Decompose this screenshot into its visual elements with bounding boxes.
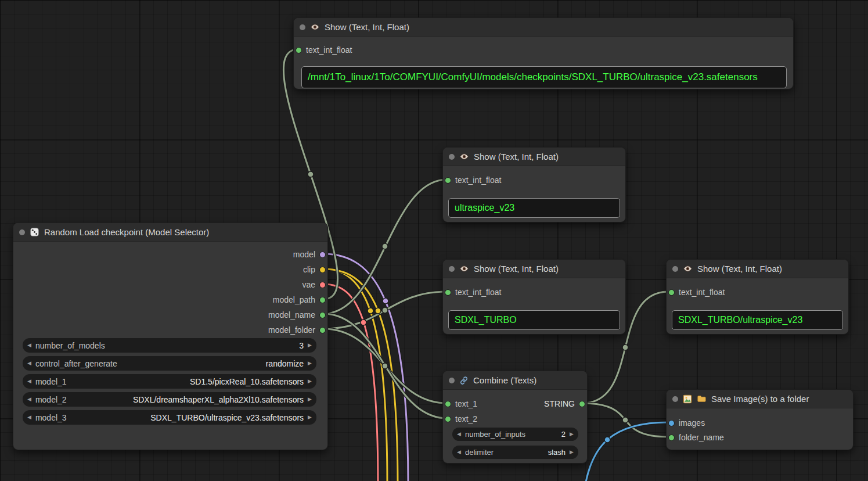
output-port-clip[interactable]: clip: [303, 264, 326, 275]
output-socket-model-name[interactable]: [319, 312, 326, 318]
decrement-arrow-icon[interactable]: ◀: [27, 415, 31, 420]
node-graph-canvas[interactable]: Show (Text, Int, Float) text_int_float /…: [0, 0, 868, 481]
link-midpoint-dot[interactable]: [382, 243, 388, 249]
output-socket-model-folder[interactable]: [319, 327, 326, 333]
widget-value: SDXL/dreamshaperXL_alpha2Xl10.safetensor…: [133, 395, 304, 404]
output-socket-model-path[interactable]: [319, 297, 326, 303]
decrement-arrow-icon[interactable]: ◀: [27, 397, 31, 402]
increment-arrow-icon[interactable]: ▶: [570, 432, 574, 437]
increment-arrow-icon[interactable]: ▶: [570, 450, 574, 455]
link-midpoint-dot[interactable]: [308, 171, 314, 177]
widget-number-of-inputs[interactable]: ◀ number_of_inputs 2 ▶: [452, 428, 578, 441]
input-socket-text-int-float[interactable]: [445, 289, 451, 296]
link-midpoint-dot[interactable]: [361, 320, 366, 325]
input-socket-images[interactable]: [668, 420, 675, 426]
show-value-box[interactable]: SDXL_TURBO: [448, 310, 620, 330]
node-show-model-path[interactable]: Show (Text, Int, Float) text_int_float /…: [293, 17, 794, 89]
increment-arrow-icon[interactable]: ▶: [308, 361, 312, 366]
node-random-load-checkpoint[interactable]: Random Load checkpoint (Model Selector) …: [13, 222, 328, 450]
node-titlebar[interactable]: Show (Text, Int, Float): [667, 260, 848, 278]
output-socket-vae[interactable]: [319, 282, 326, 288]
input-port-text-1[interactable]: text_1: [445, 398, 477, 410]
show-value-box[interactable]: ultraspice_v23: [448, 198, 620, 218]
node-titlebar[interactable]: Save Image(s) to a folder: [667, 390, 853, 408]
link-midpoint-dot[interactable]: [368, 308, 373, 314]
widget-control-after-generate[interactable]: ◀ control_after_generate randomize ▶: [23, 356, 316, 371]
node-show-model-name[interactable]: Show (Text, Int, Float) text_int_float u…: [442, 147, 626, 222]
collapse-toggle[interactable]: [19, 229, 25, 235]
link-icon: [459, 376, 469, 385]
link-midpoint-dot[interactable]: [382, 307, 388, 313]
link-midpoint-dot[interactable]: [382, 363, 388, 369]
collapse-toggle[interactable]: [672, 266, 678, 272]
widget-value: SDXL_TURBO/ultraspice_v23.safetensors: [150, 413, 304, 422]
increment-arrow-icon[interactable]: ▶: [308, 343, 312, 348]
show-value-text: ultraspice_v23: [455, 203, 514, 213]
output-port-model-folder[interactable]: model_folder: [268, 324, 326, 336]
input-port-folder-name[interactable]: folder_name: [668, 432, 724, 443]
output-socket-model[interactable]: [319, 252, 326, 258]
input-port-images[interactable]: images: [668, 417, 705, 429]
increment-arrow-icon[interactable]: ▶: [308, 379, 312, 384]
input-port-text-int-float[interactable]: text_int_float: [445, 174, 501, 186]
output-socket-string[interactable]: [579, 401, 585, 407]
increment-arrow-icon[interactable]: ▶: [308, 397, 312, 402]
output-label: model: [293, 250, 315, 259]
collapse-toggle[interactable]: [449, 378, 455, 383]
node-titlebar[interactable]: Combine (Texts): [443, 371, 587, 390]
link-midpoint-dot[interactable]: [622, 417, 628, 423]
output-port-model[interactable]: model: [293, 249, 326, 260]
node-save-images-to-folder[interactable]: Save Image(s) to a folder images folder_…: [666, 389, 853, 450]
link-midpoint-dot[interactable]: [604, 437, 610, 443]
link-image-to-save: [585, 422, 668, 481]
output-socket-clip[interactable]: [319, 267, 326, 273]
input-port-text-2[interactable]: text_2: [445, 413, 477, 425]
input-socket-text-int-float[interactable]: [445, 177, 451, 184]
decrement-arrow-icon[interactable]: ◀: [27, 379, 31, 384]
input-socket-folder-name[interactable]: [668, 435, 675, 441]
decrement-arrow-icon[interactable]: ◀: [27, 343, 31, 348]
collapse-toggle[interactable]: [672, 396, 678, 402]
show-value-box[interactable]: SDXL_TURBO/ultraspice_v23: [672, 310, 843, 330]
node-titlebar[interactable]: Show (Text, Int, Float): [294, 18, 793, 37]
decrement-arrow-icon[interactable]: ◀: [27, 361, 31, 366]
increment-arrow-icon[interactable]: ▶: [308, 415, 312, 420]
link-midpoint-dot[interactable]: [383, 298, 388, 304]
node-show-model-folder[interactable]: Show (Text, Int, Float) text_int_float S…: [442, 259, 626, 335]
widget-label: model_1: [35, 377, 67, 386]
input-port-text-int-float[interactable]: text_int_float: [296, 44, 352, 56]
widget-label: control_after_generate: [35, 359, 117, 368]
widget-model-2[interactable]: ◀ model_2 SDXL/dreamshaperXL_alpha2Xl10.…: [23, 392, 316, 407]
output-port-model-path[interactable]: model_path: [273, 294, 326, 306]
output-port-string[interactable]: STRING: [544, 398, 585, 410]
node-titlebar[interactable]: Show (Text, Int, Float): [443, 260, 625, 278]
decrement-arrow-icon[interactable]: ◀: [457, 432, 461, 437]
picture-icon: [683, 394, 692, 404]
collapse-toggle[interactable]: [449, 266, 455, 272]
input-port-text-int-float[interactable]: text_int_float: [445, 286, 501, 298]
node-titlebar[interactable]: Random Load checkpoint (Model Selector): [13, 223, 327, 242]
input-port-text-int-float[interactable]: text_int_float: [668, 286, 725, 298]
widget-label: model_3: [35, 413, 67, 422]
link-midpoint-dot[interactable]: [375, 308, 381, 314]
node-title: Show (Text, Int, Float): [697, 264, 782, 274]
link-midpoint-dot[interactable]: [622, 344, 628, 350]
node-combine-texts[interactable]: Combine (Texts) text_1 text_2 STRING ◀ n…: [442, 371, 588, 464]
input-socket-text-int-float[interactable]: [668, 289, 675, 296]
widget-model-1[interactable]: ◀ model_1 SD1.5/picxReal_10.safetensors …: [23, 374, 316, 389]
node-titlebar[interactable]: Show (Text, Int, Float): [443, 148, 625, 166]
collapse-toggle[interactable]: [300, 24, 305, 30]
show-value-box[interactable]: /mnt/1To_linux/1To/COMFYUI/ComfyUI/model…: [301, 66, 787, 88]
output-port-vae[interactable]: vae: [302, 279, 326, 290]
widget-model-3[interactable]: ◀ model_3 SDXL_TURBO/ultraspice_v23.safe…: [23, 410, 316, 425]
decrement-arrow-icon[interactable]: ◀: [457, 450, 461, 455]
widget-number-of-models[interactable]: ◀ number_of_models 3 ▶: [23, 338, 316, 353]
output-port-model-name[interactable]: model_name: [268, 309, 326, 321]
input-socket-text-int-float[interactable]: [296, 47, 302, 53]
collapse-toggle[interactable]: [449, 154, 455, 160]
node-show-combined[interactable]: Show (Text, Int, Float) text_int_float S…: [666, 259, 849, 335]
widget-delimiter[interactable]: ◀ delimiter slash ▶: [452, 446, 578, 459]
input-socket-text-1[interactable]: [445, 401, 451, 407]
input-socket-text-2[interactable]: [445, 416, 451, 422]
input-label: images: [679, 418, 705, 428]
